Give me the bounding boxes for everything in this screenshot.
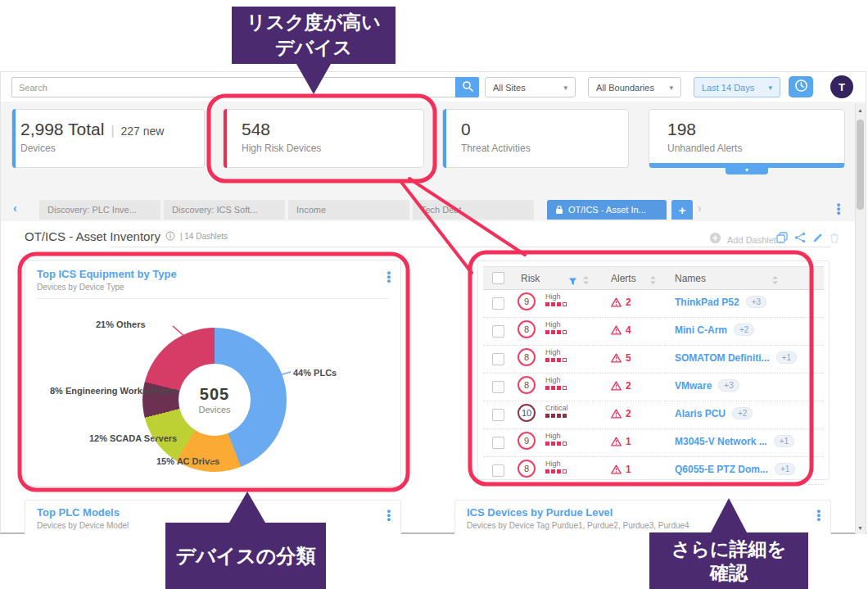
device-name-link[interactable]: Q6055-E PTZ Dom...+1 [675, 464, 795, 475]
sort-icon[interactable] [649, 274, 657, 288]
time-range-dropdown[interactable]: Last 14 Days ▾ [694, 77, 780, 97]
info-icon[interactable] [165, 229, 175, 243]
more-devices-badge[interactable]: +1 [775, 463, 795, 475]
stat-card-threat-activities[interactable]: 0Threat Activities [442, 109, 629, 168]
select-all-checkbox[interactable] [492, 272, 504, 284]
row-checkbox[interactable] [492, 325, 504, 338]
severity-square [563, 302, 567, 306]
more-devices-badge[interactable]: +2 [734, 324, 754, 336]
tabbar-menu-icon[interactable]: ••• [834, 202, 843, 215]
device-name-link[interactable]: Mini C-Arm+2 [675, 324, 754, 336]
alert-count: 1 [626, 464, 631, 475]
sort-icon[interactable] [771, 274, 779, 288]
column-header-names[interactable]: Names [675, 273, 706, 284]
tab-discovery-ics-soft-[interactable]: Discovery: ICS Soft... [164, 200, 285, 220]
severity-square [551, 302, 555, 306]
severity-square [563, 330, 567, 334]
stat-card-high-risk-devices[interactable]: 548High Risk Devices [223, 109, 424, 168]
device-name-link[interactable]: ThinkPad P52+3 [675, 297, 766, 308]
column-header-risk[interactable]: Risk [521, 273, 540, 284]
alert-triangle-icon [611, 353, 622, 363]
search-button[interactable] [455, 77, 479, 97]
more-devices-badge[interactable]: +3 [746, 296, 766, 308]
filter-funnel-icon[interactable] [568, 274, 577, 289]
selected-indicator-chevron-icon[interactable]: ▼ [726, 167, 768, 174]
avatar[interactable]: T [830, 75, 853, 98]
table-row[interactable]: 8High2VMware+3 [483, 373, 824, 401]
device-name-link[interactable]: VMware+3 [675, 380, 739, 392]
share-icon[interactable] [794, 232, 806, 247]
severity-square [545, 358, 549, 362]
tab-tech-debt[interactable]: Tech Debt [413, 200, 534, 220]
sort-icon[interactable] [582, 274, 590, 288]
row-checkbox[interactable] [492, 409, 504, 421]
table-row[interactable]: 8High4Mini C-Arm+2 [483, 317, 824, 346]
stat-card-devices[interactable]: 2,998 Total|227 newDevices [11, 109, 205, 168]
chevron-down-icon: ▾ [669, 84, 673, 92]
sites-filter-dropdown[interactable]: All Sites ▾ [485, 77, 576, 97]
severity-square [545, 442, 549, 446]
tabs-scroll-right-icon[interactable]: › [698, 202, 702, 215]
column-header-alerts[interactable]: Alerts [611, 273, 636, 284]
table-row[interactable]: 8High5SOMATOM Definiti...+1 [483, 345, 824, 374]
device-name-link[interactable]: Alaris PCU+2 [675, 408, 753, 419]
dashlet-menu-icon[interactable]: ••• [816, 509, 821, 521]
stat-label: Unhandled Alerts [667, 143, 742, 154]
search-input[interactable] [11, 77, 458, 97]
tab-income[interactable]: Income [288, 200, 409, 220]
trash-icon[interactable] [830, 232, 839, 247]
more-devices-badge[interactable]: +3 [718, 379, 739, 392]
risk-severity-label: High [545, 432, 561, 440]
risk-severity-meter [545, 386, 567, 390]
row-checkbox[interactable] [492, 381, 504, 393]
table-row[interactable]: 9High2ThinkPad P52+3 [483, 289, 824, 318]
stat-separator: | [111, 124, 114, 138]
dashlet-menu-icon[interactable]: ••• [387, 509, 391, 521]
stat-value: 0 [461, 120, 471, 138]
device-name-link[interactable]: M3045-V Network ...+1 [675, 436, 794, 447]
duplicate-icon[interactable] [776, 232, 788, 247]
screenshot-stage: All Sites ▾ All Boundaries ▾ Last 14 Day… [0, 0, 868, 589]
row-checkbox[interactable] [492, 297, 504, 310]
risk-severity-meter [545, 330, 567, 334]
dashlet-purdue-level: ICS Devices by Purdue Level Devices by D… [454, 500, 831, 534]
table-row[interactable]: 9High1M3045-V Network ...+1 [483, 428, 824, 457]
scroll-up-icon[interactable]: ▲ [856, 107, 865, 113]
risk-score-badge: 9 [518, 292, 536, 310]
row-checkbox[interactable] [492, 353, 504, 365]
severity-square [563, 358, 567, 362]
section-divider [111, 247, 830, 247]
add-dashlet-button[interactable]: Add Dashlet [709, 232, 776, 247]
tab-discovery-plc-inve-[interactable]: Discovery: PLC Inve... [39, 200, 160, 220]
risk-severity-meter [545, 414, 567, 418]
scrollbar-thumb[interactable] [857, 120, 864, 210]
risk-score-badge: 8 [518, 348, 536, 366]
dashlet-title[interactable]: ICS Devices by Purdue Level [467, 506, 613, 519]
alert-triangle-icon [611, 325, 622, 335]
edit-pencil-icon[interactable] [812, 232, 823, 247]
callout-text: デバイスの分類 [176, 543, 316, 569]
add-tab-button[interactable]: + [671, 200, 693, 220]
more-devices-badge[interactable]: +2 [732, 407, 753, 419]
alert-count: 2 [626, 408, 631, 419]
dashlet-title[interactable]: Top PLC Models [37, 506, 120, 519]
device-name-link[interactable]: SOMATOM Definiti...+1 [675, 352, 797, 364]
alert-count: 5 [626, 352, 631, 364]
stat-card-unhandled-alerts[interactable]: 198Unhandled Alerts▼ [649, 109, 845, 168]
callout-text: 確認 [649, 561, 808, 585]
history-button[interactable] [789, 76, 813, 97]
table-row[interactable]: 8High1Q6055-E PTZ Dom...+1 [483, 456, 824, 485]
severity-square [557, 330, 561, 334]
more-devices-badge[interactable]: +1 [776, 351, 797, 364]
more-devices-badge[interactable]: +1 [774, 435, 794, 447]
tabs-scroll-left-icon[interactable]: ‹ [13, 202, 17, 215]
row-checkbox[interactable] [492, 464, 504, 477]
stat-label: High Risk Devices [242, 143, 321, 154]
tab-label: Discovery: ICS Soft... [172, 205, 258, 215]
row-checkbox[interactable] [492, 437, 504, 449]
scroll-down-icon[interactable]: ▼ [856, 525, 865, 531]
table-row[interactable]: 10Critical2Alaris PCU+2 [483, 401, 824, 429]
callout-pointer-up [229, 492, 265, 523]
tab-ot-ics-asset-in-[interactable]: OT/ICS - Asset In... [547, 200, 667, 220]
boundaries-filter-dropdown[interactable]: All Boundaries ▾ [588, 77, 681, 97]
